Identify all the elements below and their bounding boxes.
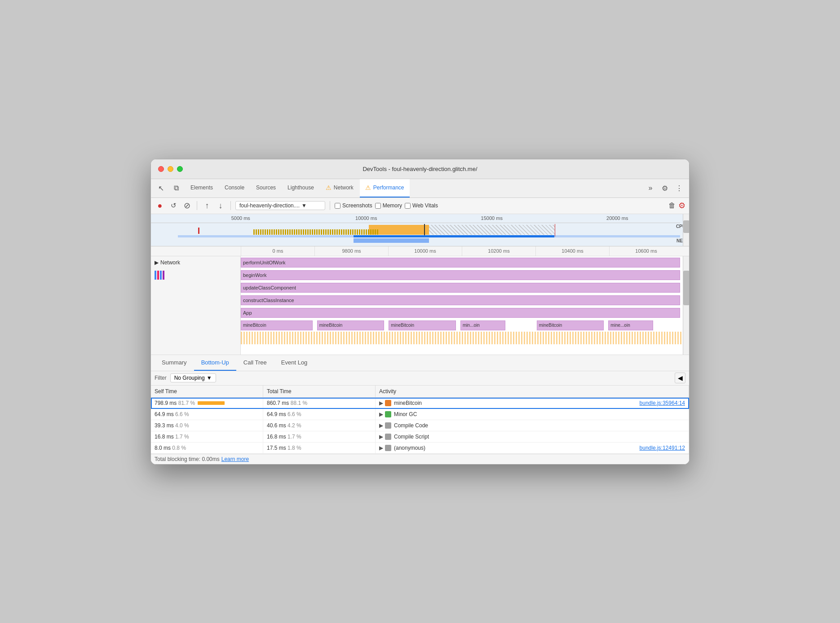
scrollbar-thumb[interactable] (683, 220, 689, 233)
ruler-tick-9800: 9800 ms (314, 246, 388, 256)
net-bar-3 (160, 271, 162, 280)
expand-icon-4[interactable]: ▶ (379, 434, 383, 440)
overview-scrollbar[interactable] (683, 214, 689, 246)
th-total-time[interactable]: Total Time (263, 386, 376, 397)
collapse-button[interactable]: ◀ (675, 373, 685, 383)
table-row[interactable]: 64.9 ms 6.6 % 64.9 ms 6.6 % ▶ Minor GC (151, 409, 689, 420)
tab-console[interactable]: Console (219, 179, 250, 197)
source-link-1[interactable]: bundle.js:35964:14 (640, 400, 685, 406)
expand-icon-2[interactable]: ▶ (379, 411, 383, 417)
th-self-time[interactable]: Self Time (151, 386, 263, 397)
devtools-window: DevTools - foul-heavenly-direction.glitc… (150, 159, 690, 465)
self-time-bar-1 (198, 401, 225, 405)
table-row[interactable]: 8.0 ms 0.8 % 17.5 ms 1.8 % ▶ (anonymous)… (151, 443, 689, 454)
flame-scrollbar-thumb[interactable] (683, 271, 689, 305)
title-bar: DevTools - foul-heavenly-direction.glitc… (151, 159, 689, 179)
learn-more-link[interactable]: Learn more (221, 456, 249, 462)
table-row[interactable]: 39.3 ms 4.0 % 40.6 ms 4.2 % ▶ Compile Co… (151, 420, 689, 431)
table-row[interactable]: 798.9 ms 81.7 % 860.7 ms 88.1 % ▶ mineBi… (151, 398, 689, 409)
tab-lighthouse[interactable]: Lighthouse (282, 179, 319, 197)
settings-icon[interactable]: ⚙ (659, 182, 671, 194)
tab-sources[interactable]: Sources (251, 179, 281, 197)
td-total-time-4: 16.8 ms 1.7 % (263, 431, 376, 442)
record-button[interactable]: ● (155, 200, 165, 211)
cancel-button[interactable]: ⊘ (181, 200, 192, 211)
flame-row-5: App (241, 307, 689, 319)
activity-color-3 (385, 422, 391, 429)
net-bar-2 (157, 271, 159, 280)
network-row[interactable]: ▶ Network (151, 256, 240, 269)
flame-scrollbar[interactable] (683, 256, 689, 355)
tab-summary[interactable]: Summary (155, 355, 194, 371)
maximize-button[interactable] (177, 166, 183, 172)
clear-button[interactable]: 🗑 (668, 202, 676, 210)
devtools-content: ↖ ⧉ Elements Console Sources Lighthouse … (151, 179, 689, 464)
expand-icon-3[interactable]: ▶ (379, 422, 383, 429)
flame-block-mineBitcoin-4[interactable]: min...oin (460, 320, 505, 330)
more-tabs-icon[interactable]: » (644, 182, 657, 194)
grouping-dropdown[interactable]: No Grouping ▼ (170, 373, 216, 382)
flame-block-performUnitOfWork[interactable]: performUnitOfWork (241, 258, 680, 268)
table-header: Self Time Total Time Activity (151, 386, 689, 398)
flame-row-6: mineBitcoin mineBitcoin mineBitcoin min.… (241, 319, 689, 332)
expand-icon-5[interactable]: ▶ (379, 445, 383, 451)
url-dropdown-icon[interactable]: ▼ (301, 202, 307, 209)
cursor-icon[interactable]: ↖ (155, 182, 167, 194)
memory-checkbox[interactable]: Memory (375, 202, 402, 209)
screenshots-checkbox[interactable]: Screenshots (335, 202, 372, 209)
tab-performance[interactable]: ⚠ Performance (360, 179, 410, 197)
activity-color-2 (385, 411, 391, 417)
network-expand-arrow[interactable]: ▶ (155, 259, 159, 266)
toolbar: ● ↺ ⊘ ↑ ↓ foul-heavenly-direction.... ▼ … (151, 198, 689, 214)
status-text: Total blocking time: 0.00ms (155, 456, 220, 462)
filter-label: Filter (155, 375, 167, 381)
flame-row-mini-bars (241, 332, 689, 344)
layers-icon[interactable]: ⧉ (170, 182, 182, 194)
flame-block-mineBitcoin-6[interactable]: mine...oin (608, 320, 653, 330)
filter-row: Filter No Grouping ▼ ◀ (151, 371, 689, 386)
tab-event-log[interactable]: Event Log (274, 355, 315, 371)
activity-color-4 (385, 434, 391, 440)
td-self-time-2: 64.9 ms 6.6 % (151, 409, 263, 420)
reload-button[interactable]: ↺ (168, 200, 179, 211)
cpu-spike-1 (198, 228, 199, 234)
table-row[interactable]: 16.8 ms 1.7 % 16.8 ms 1.7 % ▶ Compile Sc… (151, 431, 689, 443)
flame-block-mineBitcoin-3[interactable]: mineBitcoin (389, 320, 456, 330)
net-bar-4 (163, 271, 164, 280)
download-button[interactable]: ↓ (215, 200, 226, 211)
net-bar (354, 238, 429, 243)
tab-bottom-up[interactable]: Bottom-Up (194, 355, 236, 371)
cpu-hatch (429, 225, 555, 235)
web-vitals-checkbox[interactable]: Web Vitals (405, 202, 438, 209)
tab-network[interactable]: ⚠ Network (320, 179, 359, 197)
close-button[interactable] (158, 166, 164, 172)
td-activity-5: ▶ (anonymous) bundle.js:12491:12 (376, 443, 689, 453)
cpu-timeline (178, 223, 680, 237)
activity-color-1 (385, 400, 391, 406)
flame-block-updateClassComponent[interactable]: updateClassComponent (241, 283, 680, 293)
source-link-5[interactable]: bundle.js:12491:12 (640, 445, 685, 451)
flame-block-mineBitcoin-2[interactable]: mineBitcoin (317, 320, 385, 330)
toolbar-sep-1 (197, 201, 197, 210)
status-bar: Total blocking time: 0.00ms Learn more (151, 454, 689, 464)
minimize-button[interactable] (168, 166, 173, 172)
flame-block-beginWork[interactable]: beginWork (241, 270, 680, 280)
timeline-ruler: 5000 ms 10000 ms 15000 ms 20000 ms (151, 214, 680, 223)
performance-settings-button[interactable]: ⚙ (678, 201, 685, 211)
ruler-tick-10400: 10400 ms (535, 246, 609, 256)
ruler-tick-10200: 10200 ms (462, 246, 535, 256)
flame-block-App[interactable]: App (241, 308, 680, 318)
flame-block-mineBitcoin-1[interactable]: mineBitcoin (241, 320, 313, 330)
flame-block-constructClassInstance[interactable]: constructClassInstance (241, 295, 680, 305)
expand-icon-1[interactable]: ▶ (379, 400, 383, 406)
activity-color-5 (385, 445, 391, 451)
more-options-icon[interactable]: ⋮ (673, 182, 685, 194)
upload-button[interactable]: ↑ (202, 200, 212, 211)
tab-call-tree[interactable]: Call Tree (236, 355, 274, 371)
th-activity[interactable]: Activity (376, 386, 689, 397)
tab-elements[interactable]: Elements (185, 179, 218, 197)
flame-block-mineBitcoin-5[interactable]: mineBitcoin (537, 320, 604, 330)
toolbar-sep-2 (230, 201, 231, 210)
timeline-overview: 5000 ms 10000 ms 15000 ms 20000 ms (151, 214, 689, 246)
timeline-vline-1 (424, 224, 425, 237)
